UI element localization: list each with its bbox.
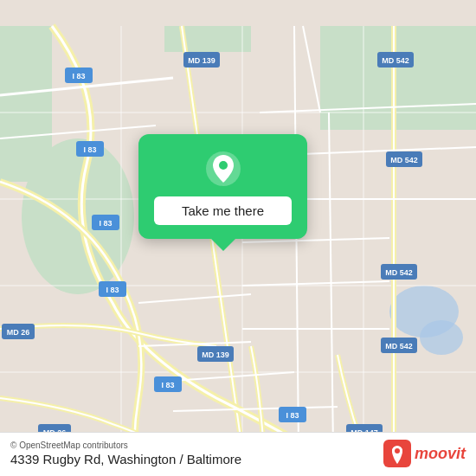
svg-point-66 [219, 161, 228, 170]
svg-point-69 [395, 448, 400, 453]
moovit-icon [383, 440, 411, 467]
map-attribution: © OpenStreetMap contributors [10, 441, 241, 450]
svg-text:MD 542: MD 542 [382, 56, 409, 65]
svg-text:I 83: I 83 [99, 219, 112, 228]
svg-rect-6 [164, 26, 251, 52]
svg-text:MD 139: MD 139 [202, 351, 229, 359]
svg-text:I 83: I 83 [72, 72, 85, 80]
svg-text:MD 542: MD 542 [385, 268, 413, 277]
map-container: I 83 I 83 I 83 I 83 I 83 I 83 MD 139 MD … [0, 0, 476, 476]
svg-text:MD 26: MD 26 [7, 328, 30, 337]
take-me-there-button[interactable]: Take me there [154, 196, 292, 225]
svg-text:MD 542: MD 542 [390, 156, 418, 164]
svg-text:I 83: I 83 [83, 145, 96, 154]
location-pin-icon [204, 150, 242, 188]
svg-text:MD 139: MD 139 [188, 56, 215, 65]
svg-rect-3 [320, 26, 476, 130]
svg-text:I 83: I 83 [106, 286, 119, 294]
popup-card: Take me there [138, 134, 307, 239]
svg-text:I 83: I 83 [286, 411, 299, 420]
moovit-brand-text: moovit [415, 445, 466, 463]
address-label: 4339 Rugby Rd, Washington / Baltimore [10, 452, 241, 466]
svg-text:I 83: I 83 [161, 381, 174, 389]
svg-text:MD 542: MD 542 [385, 342, 413, 351]
bottom-bar: © OpenStreetMap contributors 4339 Rugby … [0, 432, 476, 476]
moovit-logo: moovit [383, 440, 466, 467]
address-section: © OpenStreetMap contributors 4339 Rugby … [10, 441, 241, 466]
svg-rect-2 [0, 26, 52, 182]
svg-point-5 [420, 320, 463, 355]
